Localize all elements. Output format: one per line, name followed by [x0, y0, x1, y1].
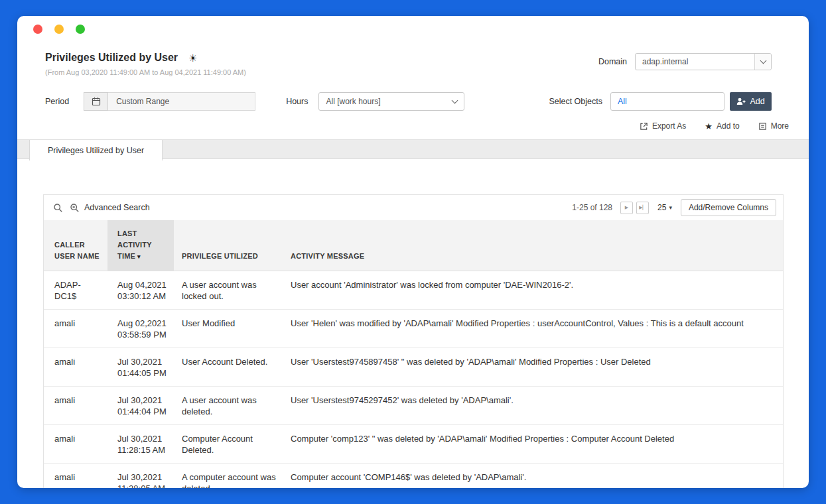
advanced-search-button[interactable]: Advanced Search	[70, 203, 150, 213]
table-row[interactable]: amali Jul 30,2021 11:28:05 AM A computer…	[44, 464, 783, 488]
cell-activity-message: User 'Userstest9745297452' was deleted b…	[281, 387, 783, 425]
chevron-down-icon	[754, 54, 771, 70]
period-label: Period	[45, 97, 69, 106]
cell-last-activity-time: Jul 30,2021 11:28:15 AM	[107, 425, 174, 464]
cell-caller-user-name: amali	[44, 464, 107, 488]
hours-select[interactable]: All [work hours]	[318, 92, 464, 111]
cell-last-activity-time: Jul 30,2021 11:28:05 AM	[107, 464, 174, 488]
hours-label: Hours	[286, 97, 308, 106]
add-to-favorites-button[interactable]: ★ Add to	[705, 121, 739, 131]
select-objects-label: Select Objects	[549, 97, 602, 106]
page-size-dropdown[interactable]: 25 ▾	[657, 203, 672, 212]
add-button-label: Add	[750, 97, 764, 106]
report-tabstrip: Privileges Utilized by User	[17, 139, 809, 159]
cell-caller-user-name: amali	[44, 387, 107, 425]
cell-activity-message: User 'Userstest9745897458' " was deleted…	[281, 348, 783, 387]
table-header-row: CALLER USER NAME LAST ACTIVITY TIME▾ PRI…	[44, 220, 783, 271]
domain-select[interactable]: adap.internal	[635, 53, 772, 70]
table-row[interactable]: amali Jul 30,2021 11:28:15 AM Computer A…	[44, 425, 783, 464]
last-page-button[interactable]: ▶▏	[636, 202, 649, 214]
report-period-subtitle: (From Aug 03,2020 11:49:00 AM to Aug 04,…	[45, 68, 246, 76]
advanced-search-icon	[70, 203, 80, 213]
cell-last-activity-time: Jul 30,2021 01:44:04 PM	[107, 387, 174, 425]
add-objects-button[interactable]: Add	[730, 92, 772, 111]
advanced-search-label: Advanced Search	[84, 203, 150, 212]
domain-selector-group: Domain adap.internal	[598, 53, 772, 70]
domain-label: Domain	[598, 57, 627, 66]
page-size-value: 25	[657, 203, 666, 212]
next-page-icon: ▶	[625, 205, 628, 210]
cell-activity-message: User account 'Administrator' was locked …	[281, 271, 783, 310]
cell-privilege-utilized: Computer Account Deleted.	[174, 425, 281, 464]
page-title: Privileges Utilized by User	[45, 52, 178, 64]
schedule-report-icon[interactable]: ☀	[188, 53, 197, 63]
search-button[interactable]	[50, 200, 66, 216]
report-table: CALLER USER NAME LAST ACTIVITY TIME▾ PRI…	[44, 220, 783, 488]
minimize-window-button[interactable]	[54, 25, 64, 34]
column-label: CALLER USER NAME	[54, 241, 100, 260]
calendar-button[interactable]	[84, 92, 108, 111]
table-row[interactable]: amali Jul 30,2021 01:44:05 PM User Accou…	[44, 348, 783, 387]
cell-privilege-utilized: User Account Deleted.	[174, 348, 281, 387]
chevron-down-icon	[452, 100, 464, 103]
column-header-privilege-utilized[interactable]: PRIVILEGE UTILIZED	[174, 220, 281, 271]
window-titlebar	[17, 16, 809, 42]
table-row[interactable]: ADAP-DC1$ Aug 04,2021 03:30:12 AM A user…	[44, 271, 783, 310]
add-to-label: Add to	[717, 121, 740, 131]
search-icon	[53, 203, 63, 213]
cell-caller-user-name: ADAP-DC1$	[44, 271, 107, 310]
column-label: LAST ACTIVITY TIME	[117, 229, 152, 260]
cell-privilege-utilized: A computer account was deleted.	[174, 464, 281, 488]
select-objects-value: All	[618, 97, 627, 106]
period-picker: Custom Range	[84, 92, 255, 111]
sort-desc-icon: ▾	[137, 253, 141, 260]
table-row[interactable]: amali Aug 02,2021 03:58:59 PM User Modif…	[44, 310, 783, 348]
cell-last-activity-time: Jul 30,2021 01:44:05 PM	[107, 348, 174, 387]
select-objects-field[interactable]: All	[610, 92, 724, 111]
cell-privilege-utilized: User Modified	[174, 310, 281, 348]
caret-down-icon: ▾	[669, 204, 672, 211]
maximize-window-button[interactable]	[76, 25, 85, 34]
column-header-caller-user-name[interactable]: CALLER USER NAME	[44, 220, 107, 271]
column-label: PRIVILEGE UTILIZED	[182, 252, 258, 260]
export-as-label: Export As	[652, 121, 686, 131]
table-toolbar: Advanced Search 1-25 of 128 ▶ ▶▏ 25 ▾ Ad…	[44, 195, 783, 220]
cell-activity-message: Computer account 'COMP146$' was deleted …	[281, 464, 783, 488]
tab-privileges-utilized-by-user[interactable]: Privileges Utilized by User	[29, 140, 163, 160]
period-range-field[interactable]: Custom Range	[108, 92, 255, 111]
tab-label: Privileges Utilized by User	[48, 146, 144, 155]
pagination-range-text: 1-25 of 128	[572, 203, 612, 212]
add-user-icon	[736, 97, 746, 105]
cell-last-activity-time: Aug 04,2021 03:30:12 AM	[107, 271, 174, 310]
cell-caller-user-name: amali	[44, 348, 107, 387]
cell-last-activity-time: Aug 02,2021 03:58:59 PM	[107, 310, 174, 348]
close-window-button[interactable]	[33, 25, 42, 34]
cell-caller-user-name: amali	[44, 425, 107, 464]
column-label: ACTIVITY MESSAGE	[291, 252, 364, 260]
export-as-button[interactable]: Export As	[640, 121, 686, 131]
star-icon: ★	[705, 122, 713, 131]
export-icon	[640, 122, 648, 131]
report-table-card: Advanced Search 1-25 of 128 ▶ ▶▏ 25 ▾ Ad…	[43, 194, 784, 488]
cell-activity-message: Computer 'comp123' " was deleted by 'ADA…	[281, 425, 783, 464]
app-window: Privileges Utilized by User ☀ (From Aug …	[17, 16, 809, 488]
report-title-block: Privileges Utilized by User ☀ (From Aug …	[45, 52, 246, 76]
cell-privilege-utilized: A user account was deleted.	[174, 387, 281, 425]
filter-row: Period Custom Range Hours All [work hour…	[17, 76, 809, 111]
next-page-button[interactable]: ▶	[620, 202, 633, 214]
report-header: Privileges Utilized by User ☀ (From Aug …	[17, 42, 809, 76]
cell-activity-message: User 'Helen' was modified by 'ADAP\amali…	[281, 310, 783, 348]
column-header-last-activity-time[interactable]: LAST ACTIVITY TIME▾	[107, 220, 174, 271]
period-range-value: Custom Range	[116, 97, 169, 106]
table-row[interactable]: amali Jul 30,2021 01:44:04 PM A user acc…	[44, 387, 783, 425]
last-page-icon: ▶▏	[639, 205, 646, 210]
more-button[interactable]: More	[758, 121, 789, 131]
hours-select-value: All [work hours]	[319, 97, 452, 106]
domain-select-value: adap.internal	[636, 57, 754, 66]
add-remove-columns-button[interactable]: Add/Remove Columns	[681, 199, 776, 216]
report-actions-row: Export As ★ Add to More	[17, 111, 809, 131]
column-header-activity-message[interactable]: ACTIVITY MESSAGE	[281, 220, 783, 271]
cell-caller-user-name: amali	[44, 310, 107, 348]
more-label: More	[771, 121, 789, 131]
more-icon	[758, 122, 767, 131]
